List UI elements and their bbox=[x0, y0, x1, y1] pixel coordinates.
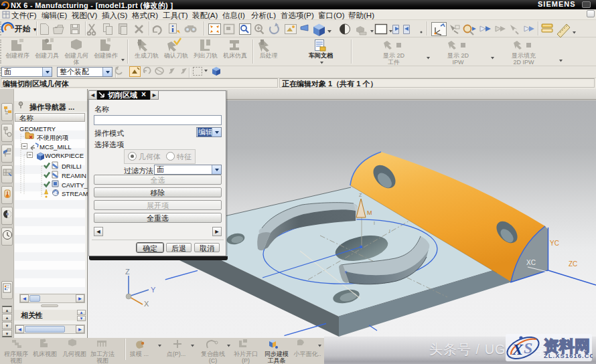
svg-text:ZL.XS1616.COM: ZL.XS1616.COM bbox=[544, 352, 593, 359]
svg-text:S: S bbox=[524, 339, 532, 357]
svg-text:X: X bbox=[512, 341, 524, 358]
